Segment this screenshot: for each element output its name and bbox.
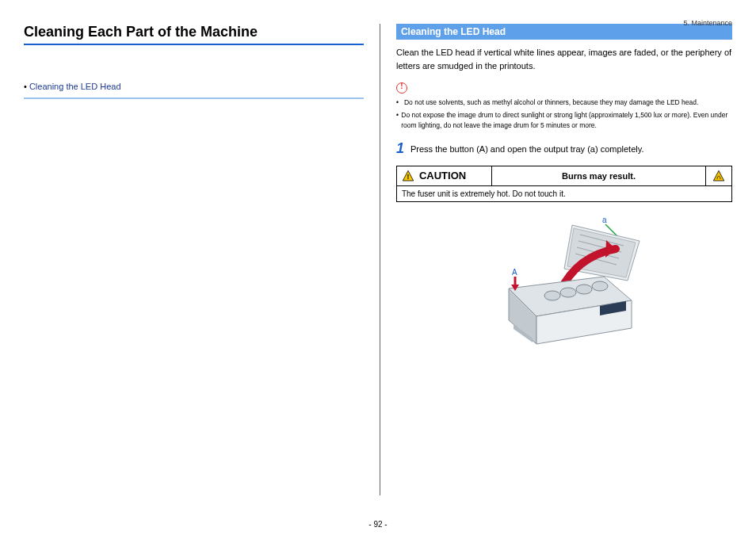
caution-message: Burns may result. [492,166,705,185]
page-number: - 92 - [0,520,756,529]
warning-list: Do not use solvents, such as methyl alco… [396,97,732,130]
title-underline [24,44,364,45]
page-title: Cleaning Each Part of the Machine [24,24,364,40]
left-column: Cleaning Each Part of the Machine Cleani… [24,24,380,495]
step-1: 1 Press the button (A) and open the outp… [396,141,732,156]
svg-point-16 [576,285,592,294]
step-number: 1 [396,141,404,155]
right-column: Cleaning the LED Head Clean the LED head… [380,24,732,495]
breadcrumb: 5. Maintenance [683,19,732,27]
manual-page: 5. Maintenance Cleaning Each Part of the… [0,0,756,535]
svg-point-15 [560,288,576,297]
warning-item: Do not expose the image drum to direct s… [396,110,732,131]
warning-triangle-icon [712,170,725,182]
svg-text:!: ! [407,173,410,181]
intro-paragraph: Clean the LED head if vertical white lin… [396,46,732,72]
diagram-label-a: a [602,216,607,224]
caution-label-cell: ! CAUTION [397,166,492,185]
section-heading: Cleaning the LED Head [396,24,732,40]
svg-point-14 [544,291,560,300]
caution-icon-cell [705,166,731,185]
caution-box: ! CAUTION Burns may result. The fuser un… [396,166,732,202]
toc-underline [24,97,364,99]
warning-triangle-icon: ! [402,170,414,182]
two-column-layout: Cleaning Each Part of the Machine Cleani… [24,24,732,495]
caution-body: The fuser unit is extremely hot. Do not … [397,186,731,201]
printer-diagram: a [461,213,667,356]
svg-marker-2 [713,170,724,181]
toc-link[interactable]: Cleaning the LED Head [24,82,364,91]
warning-item: Do not use solvents, such as methyl alco… [396,97,732,108]
alert-icon [396,80,732,94]
step-text: Press the button (A) and open the output… [410,141,644,156]
caution-word: CAUTION [419,170,466,182]
diagram-label-A: A [512,268,517,277]
svg-point-17 [592,281,608,291]
